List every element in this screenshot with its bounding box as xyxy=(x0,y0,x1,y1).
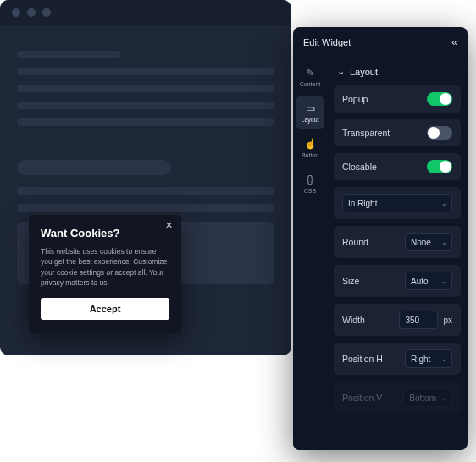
chevron-down-icon: ⌄ xyxy=(441,239,447,246)
cookie-body: This website uses cookies to ensure you … xyxy=(41,246,169,288)
accept-button[interactable]: Accept xyxy=(41,298,169,320)
edit-widget-panel: Edit Widget « ✎ Content ▭ Layout ☝ Butto… xyxy=(293,27,468,450)
tab-css[interactable]: {} CSS xyxy=(296,168,324,200)
pointer-icon: ☝ xyxy=(304,138,317,150)
chevron-down-icon: ⌄ xyxy=(441,394,447,402)
prop-size: Size Auto ⌄ xyxy=(334,265,461,297)
width-input[interactable] xyxy=(399,311,438,329)
unit-label: px xyxy=(443,316,452,325)
chevron-down-icon: ⌄ xyxy=(441,278,447,285)
size-select[interactable]: Auto ⌄ xyxy=(405,272,452,290)
prop-animation: In Right ⌄ xyxy=(334,187,461,219)
chevron-down-icon: ⌄ xyxy=(441,200,447,207)
round-select[interactable]: None ⌄ xyxy=(405,233,452,251)
position-h-select[interactable]: Right ⌄ xyxy=(405,349,452,368)
prop-width: Width px xyxy=(334,304,461,336)
transparent-toggle[interactable] xyxy=(427,126,452,140)
prop-closable: Closable xyxy=(334,153,461,180)
tab-button[interactable]: ☝ Button xyxy=(296,132,324,164)
layout-icon: ▭ xyxy=(306,102,315,114)
window-titlebar xyxy=(0,0,291,25)
prop-label: Transparent xyxy=(342,128,390,138)
cookie-modal: ✕ Want Cookies? This website uses cookie… xyxy=(29,215,181,333)
popup-toggle[interactable] xyxy=(427,92,452,106)
traffic-light-dot xyxy=(27,8,36,17)
animation-select[interactable]: In Right ⌄ xyxy=(342,194,452,212)
closable-toggle[interactable] xyxy=(427,160,452,173)
prop-label: Position V xyxy=(342,393,382,403)
position-v-select[interactable]: Bottom ⌄ xyxy=(403,388,452,407)
prop-popup: Popup xyxy=(334,85,461,113)
prop-label: Size xyxy=(342,276,359,286)
chevron-down-icon: ⌄ xyxy=(337,66,345,77)
prop-label: Popup xyxy=(342,94,368,104)
prop-transparent: Transparent xyxy=(334,119,461,146)
prop-label: Position H xyxy=(342,354,383,364)
section-layout-header[interactable]: ⌄ Layout xyxy=(337,66,461,77)
properties-list: ⌄ Layout Popup Transparent Closable In R… xyxy=(327,58,468,450)
prop-round: Round None ⌄ xyxy=(334,226,461,258)
prop-label: Round xyxy=(342,237,368,247)
panel-title: Edit Widget xyxy=(303,37,351,47)
tab-layout[interactable]: ▭ Layout xyxy=(296,96,324,129)
prop-label: Closable xyxy=(342,162,377,172)
tab-content[interactable]: ✎ Content xyxy=(296,61,324,93)
collapse-icon[interactable]: « xyxy=(451,36,457,48)
chevron-down-icon: ⌄ xyxy=(441,355,447,363)
prop-position-h: Position H Right ⌄ xyxy=(334,343,461,375)
cookie-title: Want Cookies? xyxy=(41,227,169,239)
prop-position-v: Position V Bottom ⌄ xyxy=(334,382,461,414)
code-icon: {} xyxy=(307,173,313,185)
traffic-light-dot xyxy=(12,8,20,17)
close-icon[interactable]: ✕ xyxy=(161,220,176,235)
prop-label: Width xyxy=(342,315,365,325)
traffic-light-dot xyxy=(42,8,51,17)
panel-header: Edit Widget « xyxy=(293,27,468,58)
side-tabs: ✎ Content ▭ Layout ☝ Button {} CSS xyxy=(293,58,327,450)
edit-icon: ✎ xyxy=(306,67,314,79)
